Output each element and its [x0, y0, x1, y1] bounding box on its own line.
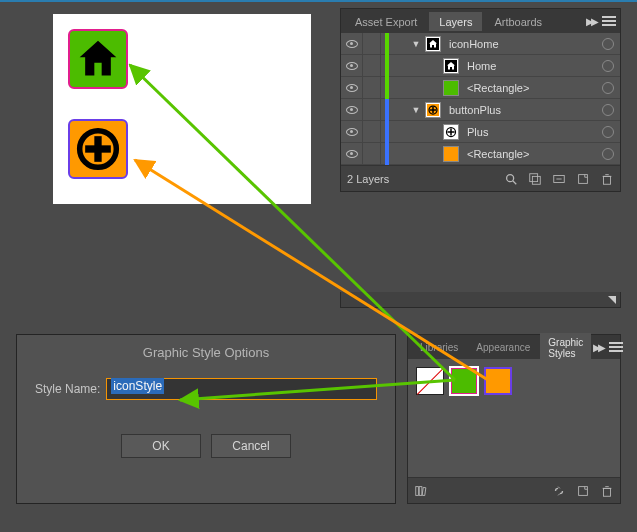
home-icon: [76, 37, 120, 81]
lock-column[interactable]: [367, 99, 381, 121]
disclosure-triangle[interactable]: ▼: [411, 105, 421, 115]
eye-icon: [346, 106, 358, 114]
lock-column[interactable]: [367, 33, 381, 55]
new-layer-icon[interactable]: [576, 172, 590, 186]
svg-rect-8: [430, 109, 436, 111]
layer-name[interactable]: iconHome: [445, 38, 598, 50]
target-icon[interactable]: [602, 148, 614, 160]
create-sublayer-icon[interactable]: [552, 172, 566, 186]
eye-icon: [346, 62, 358, 70]
disclosure-triangle[interactable]: ▼: [411, 39, 421, 49]
make-clipping-mask-icon[interactable]: [528, 172, 542, 186]
graphic-styles-panel: Libraries Appearance Graphic Styles ▶▶: [407, 334, 621, 504]
svg-rect-27: [579, 486, 588, 495]
layer-color-strip: [385, 121, 389, 143]
layer-row[interactable]: Home: [341, 55, 620, 77]
panel-resize-grip[interactable]: [340, 292, 621, 308]
layer-row[interactable]: ▼buttonPlus: [341, 99, 620, 121]
svg-rect-23: [419, 486, 422, 495]
layers-panel-footer: 2 Layers: [341, 165, 620, 191]
delete-style-icon[interactable]: [600, 484, 614, 498]
tab-libraries[interactable]: Libraries: [412, 338, 466, 356]
tab-layers[interactable]: Layers: [429, 12, 482, 31]
layers-panel-tabs: Asset Export Layers Artboards ▶▶: [341, 9, 620, 33]
style-swatch-orange[interactable]: [484, 367, 512, 395]
svg-rect-15: [532, 176, 540, 184]
panel-menu-icon[interactable]: [609, 342, 623, 352]
panel-menu-icon[interactable]: [602, 16, 616, 26]
lock-column[interactable]: [367, 55, 381, 77]
svg-rect-11: [448, 131, 455, 133]
ok-button[interactable]: OK: [121, 434, 201, 458]
layer-name[interactable]: <Rectangle>: [463, 82, 598, 94]
svg-rect-18: [579, 174, 588, 183]
target-icon[interactable]: [602, 38, 614, 50]
svg-rect-19: [604, 176, 611, 184]
styles-library-icon[interactable]: [414, 484, 428, 498]
style-swatch-default[interactable]: [416, 367, 444, 395]
lock-column[interactable]: [367, 121, 381, 143]
document-canvas[interactable]: [53, 14, 311, 204]
tab-artboards[interactable]: Artboards: [484, 12, 552, 31]
eye-icon: [346, 128, 358, 136]
visibility-toggle[interactable]: [341, 55, 363, 77]
visibility-toggle[interactable]: [341, 77, 363, 99]
break-link-icon[interactable]: [552, 484, 566, 498]
layer-color-strip: [385, 77, 389, 99]
target-icon[interactable]: [602, 104, 614, 116]
layer-name[interactable]: Home: [463, 60, 598, 72]
svg-rect-2: [85, 145, 111, 152]
lock-column[interactable]: [367, 143, 381, 165]
target-icon[interactable]: [602, 126, 614, 138]
layer-name[interactable]: <Rectangle>: [463, 148, 598, 160]
tab-asset-export[interactable]: Asset Export: [345, 12, 427, 31]
layer-thumbnail: [443, 80, 459, 96]
svg-line-25: [558, 486, 560, 488]
eye-icon: [346, 150, 358, 158]
style-name-input[interactable]: iconStyle: [106, 378, 377, 400]
layer-color-strip: [385, 143, 389, 165]
new-style-icon[interactable]: [576, 484, 590, 498]
layer-name[interactable]: buttonPlus: [445, 104, 598, 116]
layer-name[interactable]: Plus: [463, 126, 598, 138]
svg-rect-14: [530, 173, 538, 181]
delete-layer-icon[interactable]: [600, 172, 614, 186]
collapse-panel-icon[interactable]: ▶▶: [586, 16, 596, 27]
visibility-toggle[interactable]: [341, 99, 363, 121]
visibility-toggle[interactable]: [341, 121, 363, 143]
graphic-style-options-dialog: Graphic Style Options Style Name: iconSt…: [16, 334, 396, 504]
layer-thumbnail: [425, 36, 441, 52]
tab-graphic-styles[interactable]: Graphic Styles: [540, 333, 591, 362]
target-icon[interactable]: [602, 82, 614, 94]
target-icon[interactable]: [602, 60, 614, 72]
cancel-button[interactable]: Cancel: [211, 434, 291, 458]
layer-thumbnail: [425, 102, 441, 118]
layers-panel: Asset Export Layers Artboards ▶▶ ▼iconHo…: [340, 8, 621, 192]
artwork-button-plus[interactable]: [68, 119, 128, 179]
layer-color-strip: [385, 55, 389, 77]
layers-count: 2 Layers: [347, 173, 494, 185]
visibility-toggle[interactable]: [341, 143, 363, 165]
eye-icon: [346, 84, 358, 92]
layer-row[interactable]: Plus: [341, 121, 620, 143]
tab-appearance[interactable]: Appearance: [468, 338, 538, 356]
svg-line-26: [558, 493, 560, 495]
layer-row[interactable]: ▼iconHome: [341, 33, 620, 55]
visibility-toggle[interactable]: [341, 33, 363, 55]
locate-object-icon[interactable]: [504, 172, 518, 186]
collapse-panel-icon[interactable]: ▶▶: [593, 342, 603, 353]
svg-point-12: [507, 174, 514, 181]
layer-color-strip: [385, 33, 389, 55]
lock-column[interactable]: [367, 77, 381, 99]
layer-row[interactable]: <Rectangle>: [341, 77, 620, 99]
svg-rect-24: [422, 487, 426, 495]
layer-color-strip: [385, 99, 389, 121]
layer-thumbnail: [443, 58, 459, 74]
svg-rect-22: [416, 486, 419, 495]
layer-thumbnail: [443, 124, 459, 140]
eye-icon: [346, 40, 358, 48]
layer-row[interactable]: <Rectangle>: [341, 143, 620, 165]
artwork-icon-home[interactable]: [68, 29, 128, 89]
graphic-styles-tabs: Libraries Appearance Graphic Styles ▶▶: [408, 335, 620, 359]
style-swatch-iconstyle[interactable]: [450, 367, 478, 395]
